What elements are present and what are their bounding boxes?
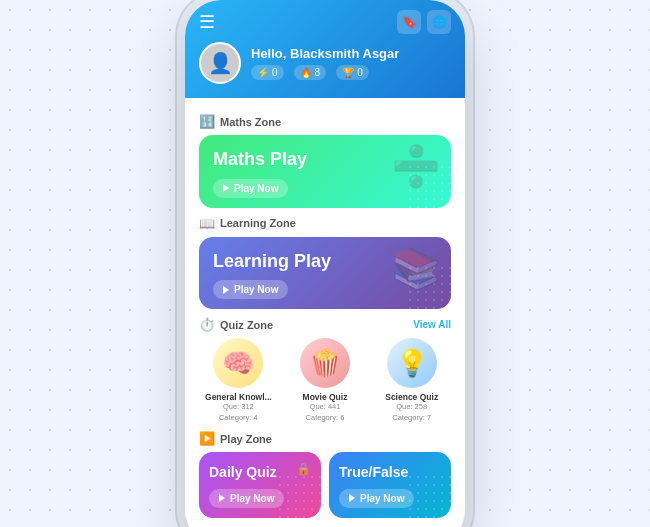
learning-play-button[interactable]: Play Now: [213, 280, 288, 299]
quiz-movie-meta2: Category: 6: [286, 413, 365, 424]
stat-lightning: ⚡ 0: [251, 65, 284, 80]
quiz-item-science[interactable]: 💡 Science Quiz Que: 258 Category: 7: [372, 338, 451, 423]
play-zone-row: Daily Quiz 🔒 Play Now True/False Play No…: [199, 452, 451, 518]
quiz-zone-header: ⏱️ Quiz Zone View All: [199, 317, 451, 332]
learning-play-icon: [223, 286, 229, 294]
maths-play-button[interactable]: Play Now: [213, 179, 288, 198]
learning-play-label: Play Now: [234, 284, 278, 295]
stat-fire-value: 8: [315, 67, 321, 78]
quiz-science-meta1: Que: 258: [372, 402, 451, 413]
bookmark-icon-btn[interactable]: 🔖: [397, 10, 421, 34]
play-zone-icon: ▶️: [199, 431, 215, 446]
learning-zone-icon: 📖: [199, 216, 215, 231]
true-false-play-icon: [349, 494, 355, 502]
stat-trophy-value: 0: [357, 67, 363, 78]
quiz-general-meta2: Category: 4: [199, 413, 278, 424]
quiz-view-all[interactable]: View All: [413, 319, 451, 330]
greeting-text: Hello, Blacksmith Asgar: [251, 46, 399, 61]
true-false-play-button[interactable]: Play Now: [339, 489, 414, 508]
quiz-items-row: 🧠 General Knowl... Que: 312 Category: 4 …: [199, 338, 451, 423]
quiz-movie-meta1: Que: 441: [286, 402, 365, 413]
daily-quiz-play-label: Play Now: [230, 493, 274, 504]
quiz-general-icon: 🧠: [213, 338, 263, 388]
quiz-zone-text: Quiz Zone: [220, 319, 273, 331]
avatar: 👤: [199, 42, 241, 84]
learning-zone-label: 📖 Learning Zone: [199, 216, 296, 231]
maths-zone-icon: 🔢: [199, 114, 215, 129]
header: ☰ 🔖 🌐 👤 Hello, Blacksmith Asgar ⚡ 0 🔥 8: [185, 0, 465, 98]
quiz-movie-icon: 🍿: [300, 338, 350, 388]
daily-quiz-card[interactable]: Daily Quiz 🔒 Play Now: [199, 452, 321, 518]
learning-play-card[interactable]: Learning Play Play Now 📚: [199, 237, 451, 310]
maths-play-card[interactable]: Maths Play Play Now ➗: [199, 135, 451, 208]
play-zone-label: ▶️ Play Zone: [199, 431, 272, 446]
maths-play-label: Play Now: [234, 183, 278, 194]
learning-zone-header: 📖 Learning Zone: [199, 216, 451, 231]
quiz-science-meta2: Category: 7: [372, 413, 451, 424]
user-row: 👤 Hello, Blacksmith Asgar ⚡ 0 🔥 8 🏆 0: [199, 42, 451, 84]
quiz-item-movie[interactable]: 🍿 Movie Quiz Que: 441 Category: 6: [286, 338, 365, 423]
quiz-item-general[interactable]: 🧠 General Knowl... Que: 312 Category: 4: [199, 338, 278, 423]
quiz-science-icon: 💡: [387, 338, 437, 388]
maths-zone-header: 🔢 Maths Zone: [199, 114, 451, 129]
translate-icon-btn[interactable]: 🌐: [427, 10, 451, 34]
stat-lightning-value: 0: [272, 67, 278, 78]
stats-row: ⚡ 0 🔥 8 🏆 0: [251, 65, 399, 80]
quiz-science-name: Science Quiz: [372, 392, 451, 402]
trophy-icon: 🏆: [342, 67, 354, 78]
maths-zone-label: 🔢 Maths Zone: [199, 114, 281, 129]
maths-play-icon: [223, 184, 229, 192]
lightning-icon: ⚡: [257, 67, 269, 78]
true-false-card[interactable]: True/False Play Now: [329, 452, 451, 518]
true-false-dots: [406, 473, 451, 518]
content-area: 🔢 Maths Zone Maths Play Play Now ➗ 📖 Lea…: [185, 98, 465, 526]
header-action-icons: 🔖 🌐: [397, 10, 451, 34]
quiz-general-meta1: Que: 312: [199, 402, 278, 413]
maths-zone-text: Maths Zone: [220, 116, 281, 128]
learning-zone-text: Learning Zone: [220, 217, 296, 229]
quiz-movie-name: Movie Quiz: [286, 392, 365, 402]
quiz-general-name: General Knowl...: [199, 392, 278, 402]
fire-icon: 🔥: [300, 67, 312, 78]
quiz-zone-icon: ⏱️: [199, 317, 215, 332]
user-info: Hello, Blacksmith Asgar ⚡ 0 🔥 8 🏆 0: [251, 46, 399, 80]
stat-fire: 🔥 8: [294, 65, 327, 80]
maths-card-dots: [406, 163, 451, 208]
daily-quiz-play-button[interactable]: Play Now: [209, 489, 284, 508]
daily-quiz-play-icon: [219, 494, 225, 502]
play-zone-text: Play Zone: [220, 433, 272, 445]
header-top: ☰ 🔖 🌐: [199, 10, 451, 34]
true-false-play-label: Play Now: [360, 493, 404, 504]
daily-quiz-dots: [276, 473, 321, 518]
menu-icon[interactable]: ☰: [199, 11, 215, 33]
stat-trophy: 🏆 0: [336, 65, 369, 80]
play-zone-header: ▶️ Play Zone: [199, 431, 451, 446]
quiz-zone-label: ⏱️ Quiz Zone: [199, 317, 273, 332]
phone-frame: ☰ 🔖 🌐 👤 Hello, Blacksmith Asgar ⚡ 0 🔥 8: [185, 0, 465, 527]
learning-card-dots: [406, 264, 451, 309]
